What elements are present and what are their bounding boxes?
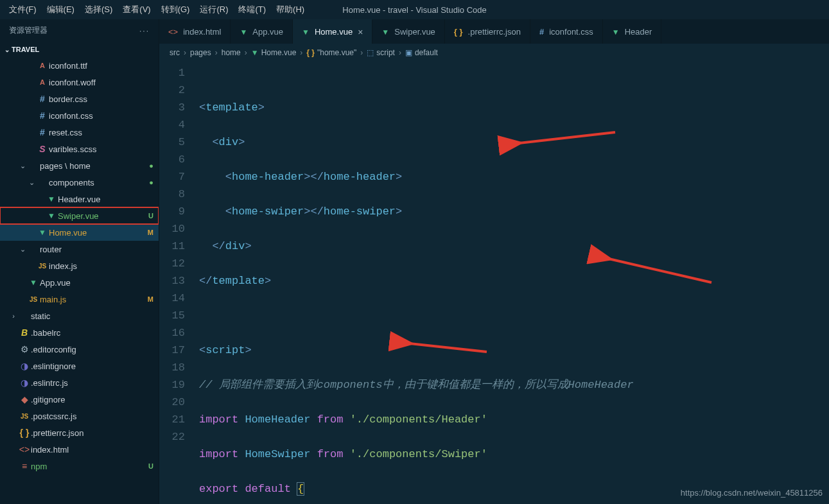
breadcrumb-sep: ›: [245, 48, 247, 57]
tree-item[interactable]: ⌄components●: [0, 174, 159, 191]
line-number: 19: [159, 376, 185, 394]
tree-item[interactable]: ▼Swiper.vueU: [0, 207, 159, 224]
menu-edit[interactable]: 编辑(E): [42, 1, 80, 18]
tab-icon: ▼: [612, 27, 620, 37]
tree-item[interactable]: #iconfont.css: [0, 107, 159, 124]
line-number: 12: [159, 255, 185, 272]
tab[interactable]: #iconfont.css: [530, 19, 603, 44]
file-label: border.css: [49, 94, 143, 104]
breadcrumb-item[interactable]: ▣default: [405, 48, 438, 57]
sidebar-header: 资源管理器 ···: [0, 19, 159, 42]
line-number: 17: [159, 342, 185, 359]
file-label: iconfont.ttf: [49, 61, 143, 71]
tab-icon: ▼: [381, 27, 389, 37]
tree-item[interactable]: ⚙.editorconfig: [0, 341, 159, 358]
tab[interactable]: <>index.html: [159, 19, 231, 44]
breadcrumb-item[interactable]: src: [170, 48, 180, 57]
menu-terminal[interactable]: 终端(T): [233, 1, 271, 18]
file-icon: ▼: [36, 228, 49, 237]
tab-label: .prettierrc.json: [468, 27, 521, 37]
chevron-icon: ⌄: [27, 178, 36, 187]
tab[interactable]: { }.prettierrc.json: [445, 19, 530, 44]
tree-item[interactable]: ⌄router: [0, 241, 159, 257]
menu-file[interactable]: 文件(F): [4, 1, 42, 18]
code-content[interactable]: <template> <div> <home-header></home-hea…: [196, 62, 829, 504]
tab[interactable]: ▼Header: [603, 19, 662, 44]
tree-item[interactable]: ⌄pages \ home●: [0, 157, 159, 174]
file-icon: ≡: [18, 461, 31, 471]
sidebar-more-icon[interactable]: ···: [139, 26, 150, 35]
tree-item[interactable]: ◑.eslintignore: [0, 358, 159, 374]
tree-item[interactable]: ◆.gitignore: [0, 391, 159, 408]
tree-item[interactable]: Aiconfont.woff: [0, 74, 159, 91]
line-gutter: 12345678910111213141516171819202122: [159, 62, 196, 504]
sidebar-title: 资源管理器: [9, 25, 48, 36]
line-number: 14: [159, 290, 185, 307]
watermark: https://blog.csdn.net/weixin_45811256: [681, 484, 823, 501]
line-number: 6: [159, 151, 185, 168]
menu-goto[interactable]: 转到(G): [156, 1, 195, 18]
project-section[interactable]: ⌄ TRAVEL: [0, 42, 159, 57]
tree-item[interactable]: { }.prettierrc.json: [0, 424, 159, 441]
tree-item[interactable]: ▼App.vue: [0, 274, 159, 291]
file-label: .editorconfig: [31, 345, 143, 354]
chevron-icon: ⌄: [18, 162, 27, 170]
tree-item[interactable]: <>index.html: [0, 441, 159, 458]
line-number: 3: [159, 99, 185, 116]
file-label: reset.css: [49, 128, 143, 137]
file-icon: ◑: [18, 361, 31, 371]
tree-item[interactable]: JSindex.js: [0, 257, 159, 274]
tree-item[interactable]: JS.postcssrc.js: [0, 408, 159, 424]
tree-item[interactable]: B.babelrc: [0, 324, 159, 341]
tree-item[interactable]: ≡npmU: [0, 458, 159, 474]
line-number: 1: [159, 64, 185, 82]
tab[interactable]: ▼Swiper.vue: [372, 19, 444, 44]
file-icon: ◆: [18, 394, 31, 404]
tab[interactable]: ▼App.vue: [231, 19, 293, 44]
line-number: 13: [159, 272, 185, 290]
file-status: ●: [143, 178, 153, 186]
breadcrumb-sep: ›: [360, 48, 363, 57]
file-icon: S: [36, 144, 49, 154]
file-label: .gitignore: [31, 395, 143, 404]
tab[interactable]: ▼Home.vue×: [293, 19, 372, 44]
menu-run[interactable]: 运行(R): [195, 1, 233, 18]
line-number: 9: [159, 203, 185, 220]
tree-item[interactable]: #reset.css: [0, 124, 159, 141]
chevron-icon: ⌄: [18, 245, 27, 254]
menu-view[interactable]: 查看(V): [118, 1, 155, 18]
line-number: 16: [159, 324, 185, 342]
file-label: iconfont.css: [49, 111, 143, 121]
breadcrumb-item[interactable]: { }"home.vue": [306, 48, 356, 57]
file-label: iconfont.woff: [49, 78, 143, 87]
file-label: index.html: [31, 445, 143, 455]
breadcrumb-item[interactable]: ▼Home.vue: [251, 48, 297, 57]
close-icon[interactable]: ×: [358, 27, 363, 37]
breadcrumb-item[interactable]: home: [222, 48, 241, 57]
breadcrumb-sep: ›: [300, 48, 302, 57]
tree-item[interactable]: Svaribles.scss: [0, 141, 159, 157]
tree-item[interactable]: ›static: [0, 308, 159, 324]
breadcrumb-item[interactable]: pages: [190, 48, 211, 57]
file-icon: #: [36, 127, 49, 137]
tree-item[interactable]: #border.css: [0, 91, 159, 107]
file-icon: A: [36, 62, 49, 69]
tree-item[interactable]: ▼Header.vue: [0, 191, 159, 207]
breadcrumb-item[interactable]: ⬚script: [367, 48, 395, 57]
menu-help[interactable]: 帮助(H): [271, 1, 310, 18]
file-status: M: [143, 229, 153, 236]
tree-item[interactable]: Aiconfont.ttf: [0, 57, 159, 74]
tree-item[interactable]: JSmain.jsM: [0, 291, 159, 308]
tree-item[interactable]: ◑.eslintrc.js: [0, 374, 159, 391]
tree-item[interactable]: ▼Home.vueM: [0, 224, 159, 241]
tab-icon: ▼: [302, 27, 310, 37]
menu-select[interactable]: 选择(S): [80, 1, 118, 18]
breadcrumb-sep: ›: [184, 48, 186, 57]
file-icon: ▼: [45, 211, 58, 220]
code-editor[interactable]: 12345678910111213141516171819202122 <tem…: [159, 62, 829, 504]
file-icon: #: [36, 110, 49, 121]
file-label: main.js: [40, 295, 143, 304]
line-number: 4: [159, 116, 185, 134]
tab-label: App.vue: [252, 27, 283, 37]
line-number: 20: [159, 394, 185, 411]
